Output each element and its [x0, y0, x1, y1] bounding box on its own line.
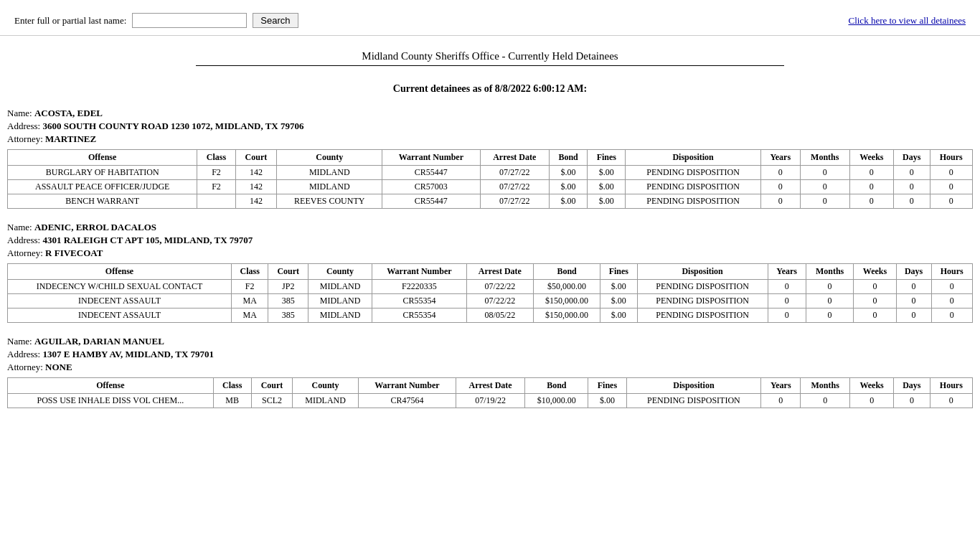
col-hours: Hours [931, 264, 973, 280]
table-row: ASSAULT PEACE OFFICER/JUDGE F2 142 MIDLA… [8, 180, 973, 194]
cell-court: SCL2 [251, 394, 292, 408]
col-court: Court [268, 264, 308, 280]
col-days: Days [894, 378, 930, 394]
offense-table-1: Offense Class Court County Warrant Numbe… [7, 263, 973, 323]
cell-days: 0 [896, 294, 931, 309]
cell-warrant-number: CR57003 [382, 180, 480, 194]
col-disposition: Disposition [637, 264, 768, 280]
table-row: INDECENT ASSAULT MA 385 MIDLAND CR55354 … [8, 309, 973, 323]
cell-years: 0 [768, 294, 806, 309]
cell-weeks: 0 [854, 294, 896, 309]
col-county: County [293, 378, 359, 394]
col-hours: Hours [930, 378, 972, 394]
cell-fines: $.00 [588, 194, 626, 209]
cell-bond: $.00 [549, 180, 587, 194]
table-header-row: Offense Class Court County Warrant Numbe… [8, 264, 973, 280]
table-row: INDECENT ASSAULT MA 385 MIDLAND CR55354 … [8, 294, 973, 309]
cell-months: 0 [800, 166, 849, 180]
col-bond: Bond [549, 150, 587, 166]
detainee-address-2: Address: 1307 E HAMBY AV, MIDLAND, TX 79… [7, 349, 973, 360]
col-hours: Hours [930, 150, 972, 166]
cell-class: F2 [197, 180, 235, 194]
col-weeks: Weeks [849, 150, 893, 166]
col-disposition: Disposition [626, 378, 761, 394]
table-row: BURGLARY OF HABITATION F2 142 MIDLAND CR… [8, 166, 973, 180]
detainees-container: Name: ACOSTA, EDEL Address: 3600 SOUTH C… [0, 108, 980, 408]
cell-court: 142 [235, 194, 277, 209]
cell-class: F2 [197, 166, 235, 180]
col-weeks: Weeks [854, 264, 896, 280]
detainee-address-0: Address: 3600 SOUTH COUNTY ROAD 1230 107… [7, 121, 973, 132]
cell-disposition: PENDING DISPOSITION [637, 280, 768, 294]
col-class: Class [231, 264, 268, 280]
col-years: Years [768, 264, 806, 280]
cell-months: 0 [800, 194, 849, 209]
cell-weeks: 0 [854, 309, 896, 323]
search-input[interactable] [132, 13, 247, 28]
cell-arrest-date: 07/19/22 [456, 394, 524, 408]
offense-table-0: Offense Class Court County Warrant Numbe… [7, 149, 973, 209]
col-arrest-date: Arrest Date [480, 150, 549, 166]
cell-offense: POSS USE INHALE DISS VOL CHEM... [8, 394, 214, 408]
cell-arrest-date: 07/22/22 [466, 280, 533, 294]
cell-court: 385 [268, 309, 308, 323]
detainee-section-0: Name: ACOSTA, EDEL Address: 3600 SOUTH C… [7, 108, 973, 209]
cell-offense: INDECENT ASSAULT [8, 309, 232, 323]
cell-weeks: 0 [849, 194, 893, 209]
cell-days: 0 [893, 180, 930, 194]
col-days: Days [896, 264, 931, 280]
cell-arrest-date: 07/27/22 [480, 180, 549, 194]
cell-county: MIDLAND [308, 294, 372, 309]
offense-table-2: Offense Class Court County Warrant Numbe… [7, 377, 973, 408]
table-header-row: Offense Class Court County Warrant Numbe… [8, 150, 973, 166]
cell-disposition: PENDING DISPOSITION [626, 394, 761, 408]
col-warrant-number: Warrant Number [372, 264, 467, 280]
cell-warrant-number: F2220335 [372, 280, 467, 294]
cell-days: 0 [894, 394, 930, 408]
cell-arrest-date: 07/27/22 [480, 166, 549, 180]
cell-weeks: 0 [854, 280, 896, 294]
col-fines: Fines [600, 264, 637, 280]
col-arrest-date: Arrest Date [466, 264, 533, 280]
detainee-attorney-0: Attorney: MARTINEZ [7, 133, 973, 145]
cell-court: 142 [235, 166, 277, 180]
cell-warrant-number: CR55447 [382, 166, 480, 180]
cell-days: 0 [896, 309, 931, 323]
table-row: POSS USE INHALE DISS VOL CHEM... MB SCL2… [8, 394, 973, 408]
col-bond: Bond [534, 264, 600, 280]
page-title: Midland County Sheriffs Office - Current… [0, 50, 980, 62]
cell-disposition: PENDING DISPOSITION [637, 309, 768, 323]
cell-class [197, 194, 235, 209]
col-court: Court [235, 150, 277, 166]
cell-days: 0 [896, 280, 931, 294]
view-all-link[interactable]: Click here to view all detainees [848, 15, 966, 27]
cell-fines: $.00 [588, 180, 626, 194]
detainee-address-1: Address: 4301 RALEIGH CT APT 105, MIDLAN… [7, 235, 973, 246]
cell-county: MIDLAND [293, 394, 359, 408]
cell-bond: $50,000.00 [534, 280, 600, 294]
current-date: Current detainees as of 8/8/2022 6:00:12… [0, 83, 980, 95]
cell-arrest-date: 08/05/22 [466, 309, 533, 323]
search-button[interactable]: Search [253, 13, 298, 28]
cell-county: MIDLAND [308, 309, 372, 323]
cell-court: 142 [235, 180, 277, 194]
header: Enter full or partial last name: Search … [0, 0, 980, 36]
cell-months: 0 [806, 280, 854, 294]
detainee-attorney-1: Attorney: R FIVECOAT [7, 248, 973, 259]
cell-weeks: 0 [849, 180, 893, 194]
cell-warrant-number: CR55354 [372, 309, 467, 323]
col-days: Days [893, 150, 930, 166]
cell-offense: INDECENCY W/CHILD SEXUAL CONTACT [8, 280, 232, 294]
col-years: Years [760, 150, 800, 166]
cell-class: MA [231, 309, 268, 323]
cell-fines: $.00 [588, 394, 626, 408]
cell-bond: $150,000.00 [534, 294, 600, 309]
cell-months: 0 [806, 309, 854, 323]
col-disposition: Disposition [626, 150, 760, 166]
col-offense: Offense [8, 264, 232, 280]
cell-bond: $150,000.00 [534, 309, 600, 323]
col-arrest-date: Arrest Date [456, 378, 524, 394]
page-title-section: Midland County Sheriffs Office - Current… [0, 50, 980, 66]
detainee-section-2: Name: AGUILAR, DARIAN MANUEL Address: 13… [7, 336, 973, 408]
cell-hours: 0 [930, 194, 972, 209]
